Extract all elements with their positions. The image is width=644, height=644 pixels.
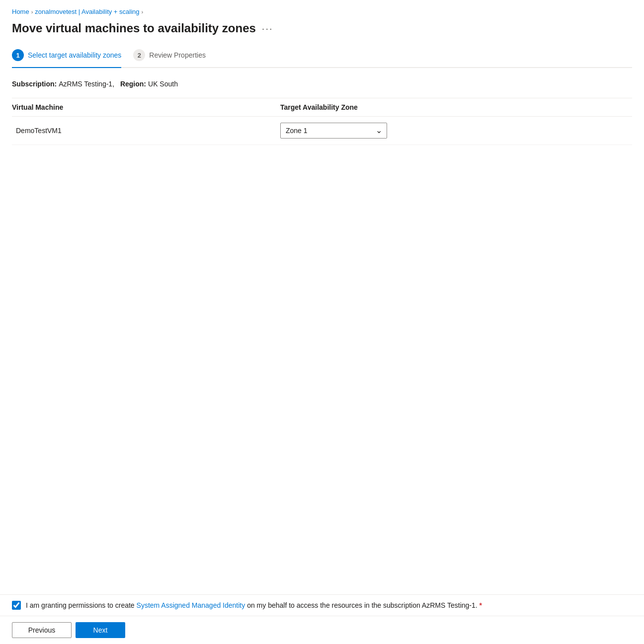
table-header: Virtual Machine Target Availability Zone <box>12 98 632 117</box>
consent-bar: I am granting permissions to create Syst… <box>0 594 644 616</box>
more-options-icon[interactable]: ··· <box>262 23 273 34</box>
consent-text: I am granting permissions to create Syst… <box>26 601 482 609</box>
footer-area: I am granting permissions to create Syst… <box>0 594 644 644</box>
required-star: * <box>480 601 482 609</box>
zone-select-cell: Zone 1 Zone 2 Zone 3 <box>280 123 632 139</box>
consent-link[interactable]: System Assigned Managed Identity <box>137 601 245 609</box>
breadcrumb-sep-1: › <box>31 9 33 15</box>
zone-select-wrapper: Zone 1 Zone 2 Zone 3 <box>280 123 387 139</box>
wizard-step-1[interactable]: 1 Select target availability zones <box>12 49 121 68</box>
region-value: UK South <box>148 80 178 88</box>
step-2-label: Review Properties <box>149 51 206 59</box>
zone-select[interactable]: Zone 1 Zone 2 Zone 3 <box>280 123 387 139</box>
breadcrumb-resource[interactable]: zonalmovetest | Availability + scaling <box>35 8 139 15</box>
consent-checkbox[interactable] <box>12 601 21 610</box>
wizard-steps: 1 Select target availability zones 2 Rev… <box>12 49 632 68</box>
vm-name-cell: DemoTestVM1 <box>12 127 280 135</box>
step-2-badge: 2 <box>133 49 145 61</box>
step-1-label: Select target availability zones <box>28 51 121 59</box>
breadcrumb-home[interactable]: Home <box>12 8 29 15</box>
subscription-label: Subscription: <box>12 80 57 88</box>
consent-text-after-link: on my behalf to access the resources in … <box>247 601 478 609</box>
previous-button[interactable]: Previous <box>12 622 72 638</box>
col-zone-header: Target Availability Zone <box>280 103 632 111</box>
table-row: DemoTestVM1 Zone 1 Zone 2 Zone 3 <box>12 117 632 145</box>
subscription-info: Subscription: AzRMS Testing-1, Region: U… <box>12 80 632 88</box>
subscription-value: AzRMS Testing-1, <box>59 80 114 88</box>
page-header: Move virtual machines to availability zo… <box>12 21 632 35</box>
button-bar: Previous Next <box>0 616 644 644</box>
breadcrumb: Home › zonalmovetest | Availability + sc… <box>12 8 632 15</box>
step-1-badge: 1 <box>12 49 24 61</box>
region-label: Region: <box>120 80 146 88</box>
page-title: Move virtual machines to availability zo… <box>12 21 256 35</box>
col-vm-header: Virtual Machine <box>12 103 280 111</box>
wizard-step-2[interactable]: 2 Review Properties <box>133 49 206 67</box>
consent-text-before-link: I am granting permissions to create <box>26 601 135 609</box>
next-button[interactable]: Next <box>76 622 125 638</box>
breadcrumb-sep-2: › <box>142 9 144 15</box>
vm-table: Virtual Machine Target Availability Zone… <box>12 98 632 586</box>
